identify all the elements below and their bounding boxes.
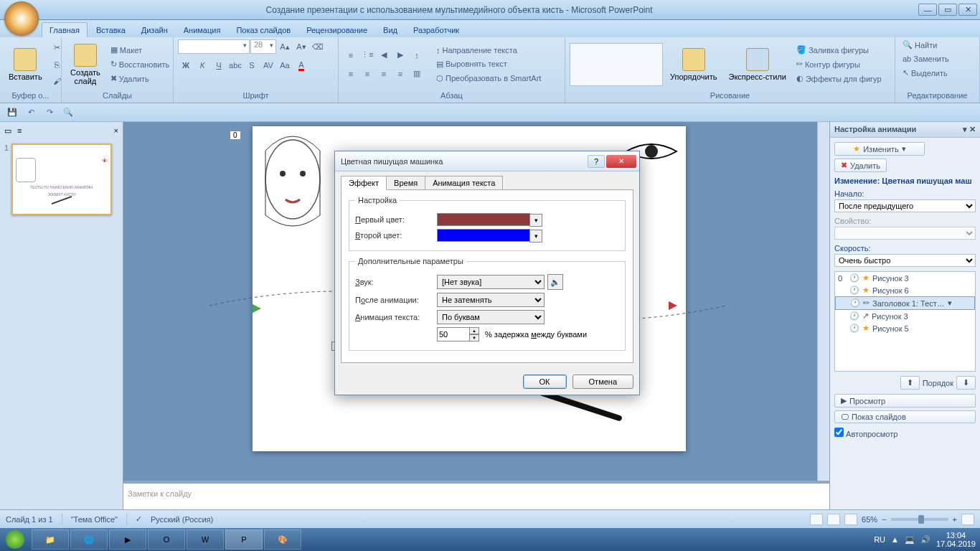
font-combo[interactable] <box>178 39 250 54</box>
align-right-button[interactable]: ≡ <box>376 66 392 82</box>
tab-home[interactable]: Главная <box>42 22 88 37</box>
reorder-up-button[interactable]: ⬆ <box>900 376 920 390</box>
align-center-button[interactable]: ≡ <box>359 66 375 82</box>
dedent-button[interactable]: ◀ <box>376 47 392 63</box>
delay-input[interactable] <box>437 327 470 342</box>
layout-button[interactable]: ▦ Макет <box>108 44 172 56</box>
dialog-help-button[interactable]: ? <box>588 155 605 168</box>
task-powerpoint[interactable]: P <box>225 529 263 550</box>
tab-view[interactable]: Вид <box>376 23 405 37</box>
shadow-button[interactable]: S <box>244 57 260 73</box>
preview-button[interactable]: ▶ Просмотр <box>834 394 976 408</box>
slideshow-view-button[interactable] <box>844 514 857 525</box>
close-button[interactable]: ✕ <box>958 4 977 16</box>
delay-spin-down[interactable]: ▼ <box>469 334 479 342</box>
task-opera[interactable]: O <box>148 529 185 550</box>
fit-button[interactable] <box>961 514 974 525</box>
case-button[interactable]: Aa <box>277 57 293 73</box>
remove-effect-button[interactable]: ✖Удалить <box>834 159 887 172</box>
strike-button[interactable]: abє <box>227 57 243 73</box>
after-anim-select[interactable]: Не затемнять <box>437 293 545 307</box>
font-size-combo[interactable]: 28 <box>250 39 276 54</box>
start-button[interactable] <box>0 528 30 551</box>
spellcheck-icon[interactable]: ✓ <box>136 514 142 524</box>
smartart-button[interactable]: ⬡ Преобразовать в SmartArt <box>433 72 544 85</box>
clear-format-button[interactable]: ⌫ <box>310 39 326 55</box>
arrange-button[interactable]: Упорядочить <box>666 40 721 89</box>
office-button[interactable] <box>4 1 39 36</box>
maximize-button[interactable]: ▭ <box>938 4 957 16</box>
slides-tab-icon[interactable]: ▭ <box>4 126 11 136</box>
speed-select[interactable]: Очень быстро <box>834 254 976 267</box>
ok-button[interactable]: ОК <box>523 375 567 389</box>
second-color-picker[interactable] <box>437 229 530 242</box>
qat-extra-button[interactable]: 🔍 <box>60 105 76 121</box>
tab-insert[interactable]: Вставка <box>89 23 133 37</box>
dialog-tab-text-animation[interactable]: Анимация текста <box>425 176 503 190</box>
sound-volume-button[interactable]: 🔈 <box>547 274 563 290</box>
shape-effects-button[interactable]: ◐ Эффекты для фигур <box>793 72 885 85</box>
sorter-view-button[interactable] <box>827 514 840 525</box>
align-text-button[interactable]: ▤ Выровнять текст <box>433 58 544 70</box>
task-media[interactable]: ▶ <box>109 529 146 550</box>
delete-slide-button[interactable]: ✖ Удалить <box>108 72 172 85</box>
text-direction-button[interactable]: ↕ Направление текста <box>433 44 544 56</box>
zoom-in-button[interactable]: + <box>953 515 957 524</box>
task-explorer[interactable]: 📁 <box>32 529 69 550</box>
find-button[interactable]: 🔍 Найти <box>900 39 940 51</box>
vertical-scrollbar[interactable] <box>817 122 829 509</box>
task-ie[interactable]: 🌐 <box>70 529 108 550</box>
font-color-button[interactable]: A <box>293 57 309 73</box>
undo-button[interactable]: ↶ <box>23 105 39 121</box>
close-thumbnails-button[interactable]: × <box>114 126 118 135</box>
notes-pane[interactable]: Заметки к слайду <box>123 481 829 509</box>
indent-button[interactable]: ▶ <box>392 47 408 63</box>
outline-tab-icon[interactable]: ≡ <box>17 126 22 135</box>
bold-button[interactable]: Ж <box>178 57 194 73</box>
align-left-button[interactable]: ≡ <box>343 66 359 82</box>
tray-flag-icon[interactable]: ▲ <box>891 535 899 544</box>
anim-text-select[interactable]: По буквам <box>437 310 545 324</box>
sound-select[interactable]: [Нет звука] <box>437 275 545 289</box>
tray-lang[interactable]: RU <box>874 535 885 544</box>
line-spacing-button[interactable]: ↕ <box>409 47 425 63</box>
save-button[interactable]: 💾 <box>4 105 20 121</box>
tab-review[interactable]: Рецензирование <box>299 23 374 37</box>
dialog-tab-timing[interactable]: Время <box>386 176 425 190</box>
reset-button[interactable]: ↻ Восстановить <box>108 58 172 70</box>
delay-spin-up[interactable]: ▲ <box>469 327 479 334</box>
tab-design[interactable]: Дизайн <box>134 23 175 37</box>
columns-button[interactable]: ▥ <box>409 66 425 82</box>
slide-thumbnail[interactable]: 1 👁 ТЕСТЫ ПО НАНЕСЕНИЮ МАКИЯЖА ЭФФЕКТ КИ… <box>4 143 118 215</box>
animation-list[interactable]: 0🕐★Рисунок 3 🕐★Рисунок 6 🕐✏Заголовок 1: … <box>834 271 976 372</box>
tab-developer[interactable]: Разработчик <box>406 23 466 37</box>
shape-fill-button[interactable]: 🪣 Заливка фигуры <box>793 44 885 56</box>
shapes-gallery[interactable] <box>570 43 663 86</box>
change-effect-button[interactable]: ★Изменить ▾ <box>834 142 925 156</box>
animation-pane-close[interactable]: ▾ ✕ <box>963 125 976 134</box>
start-select[interactable]: После предыдущего <box>834 199 976 212</box>
first-color-picker[interactable] <box>437 213 530 226</box>
minimize-button[interactable]: — <box>918 4 937 16</box>
dialog-tab-effect[interactable]: Эффект <box>341 176 387 190</box>
replace-button[interactable]: ab Заменить <box>900 53 952 65</box>
task-word[interactable]: W <box>187 529 224 550</box>
spacing-button[interactable]: AV <box>260 57 276 73</box>
tray-clock[interactable]: 13:04 17.04.2019 <box>936 531 976 548</box>
reorder-down-button[interactable]: ⬇ <box>956 376 976 390</box>
dialog-close-button[interactable]: ✕ <box>606 155 636 168</box>
select-button[interactable]: ↖ Выделить <box>900 67 951 79</box>
numbering-button[interactable]: ⋮≡ <box>359 47 375 63</box>
zoom-level[interactable]: 65% <box>862 515 877 524</box>
autopreview-checkbox[interactable]: Автопросмотр <box>834 430 897 438</box>
shape-outline-button[interactable]: ✏ Контур фигуры <box>793 58 885 70</box>
cancel-button[interactable]: Отмена <box>573 375 633 389</box>
slideshow-button[interactable]: 🖵 Показ слайдов <box>834 410 976 423</box>
tab-animation[interactable]: Анимация <box>176 23 228 37</box>
decrease-font-button[interactable]: A▾ <box>293 39 309 55</box>
new-slide-button[interactable]: Создать слайд <box>66 40 105 89</box>
zoom-slider[interactable] <box>891 518 948 521</box>
paste-button[interactable]: Вставить <box>4 40 47 89</box>
status-language[interactable]: Русский (Россия) <box>151 515 213 524</box>
underline-button[interactable]: Ч <box>211 57 227 73</box>
